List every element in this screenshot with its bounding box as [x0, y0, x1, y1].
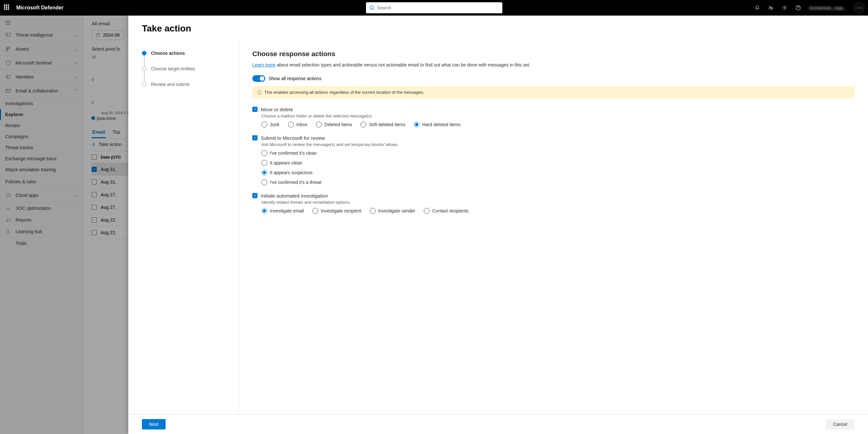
radio-label: Hard deleted items: [422, 122, 461, 127]
radio-hard-deleted[interactable]: Hard deleted items: [414, 122, 461, 128]
svg-point-4: [784, 7, 785, 9]
svg-point-22: [259, 91, 259, 92]
radio-label: Contact recipients: [432, 208, 469, 213]
learn-more-link[interactable]: Learn more: [252, 62, 276, 67]
initiate-investigation-checkbox[interactable]: [252, 193, 257, 198]
radio-label: Investigate email: [270, 208, 304, 213]
help-icon[interactable]: [795, 5, 801, 11]
section-subtitle: Identify related threats and remediation…: [261, 200, 855, 205]
app-launcher-icon[interactable]: [4, 4, 10, 11]
radio-label: Soft deleted items: [369, 122, 405, 127]
radio-confirmed-threat[interactable]: I've confirmed it's a threat: [261, 179, 855, 185]
global-search[interactable]: [366, 2, 502, 13]
radio-label: Junk: [270, 122, 280, 127]
radio-label: I've confirmed it's a threat: [270, 180, 321, 185]
radio-contact-recipients[interactable]: Contact recipients: [424, 208, 469, 214]
step-dot-icon: [142, 51, 147, 56]
wizard-step-target-entities[interactable]: Choose target entities: [142, 66, 230, 71]
radio-appears-clean[interactable]: It appears clean: [261, 160, 855, 166]
show-all-toggle[interactable]: [252, 75, 265, 82]
wizard-step-choose-actions[interactable]: Choose actions: [142, 51, 230, 56]
flyout-title: Take action: [128, 15, 868, 40]
radio-label: It appears clean: [270, 160, 302, 165]
radio-investigate-email[interactable]: Investigate email: [261, 208, 304, 214]
step-dot-icon: [142, 82, 147, 87]
step-label: Choose target entities: [151, 66, 195, 71]
radio-label: I've confirmed it's clean: [270, 151, 317, 156]
radio-investigate-recipient[interactable]: Investigate recipient: [312, 208, 362, 214]
take-action-flyout: Take action Choose actions Choose target…: [128, 15, 868, 434]
svg-point-3: [771, 7, 773, 9]
radio-label: Deleted items: [324, 122, 352, 127]
radio-deleted[interactable]: Deleted items: [316, 122, 352, 128]
radio-junk[interactable]: Junk: [261, 122, 280, 128]
step-label: Review and submit: [151, 82, 189, 87]
app-title: Microsoft Defender: [16, 5, 64, 11]
radio-label: Investigate recipient: [321, 208, 362, 213]
notifications-icon[interactable]: [754, 5, 760, 11]
section-title: Move or delete: [261, 107, 293, 112]
section-title: Submit to Microsoft for review: [261, 135, 325, 141]
settings-icon[interactable]: [782, 5, 787, 11]
radio-appears-suspicious[interactable]: It appears suspicious: [261, 170, 855, 175]
svg-point-0: [370, 6, 373, 9]
radio-label: It appears suspicious: [270, 170, 313, 175]
cancel-button[interactable]: Cancel: [826, 419, 855, 430]
user-name[interactable]: Sucharshan_supp...: [809, 5, 846, 10]
section-subtitle: Ask Microsoft to review the message(s) a…: [261, 142, 855, 147]
step-label: Choose actions: [151, 51, 185, 56]
step-dot-icon: [142, 66, 147, 71]
top-bar: Microsoft Defender Sucharshan_supp... SN: [0, 0, 868, 15]
radio-investigate-sender[interactable]: Investigate sender: [370, 208, 415, 214]
wizard-steps: Choose actions Choose target entities Re…: [128, 40, 239, 414]
radio-label: Investigate sender: [378, 208, 415, 213]
info-icon: [257, 90, 262, 95]
svg-line-1: [373, 9, 374, 10]
section-title: Initiate automated investigation: [261, 193, 328, 199]
info-banner: This enables accessing all actions regar…: [252, 86, 855, 98]
move-delete-checkbox[interactable]: [252, 107, 257, 112]
panel-subtext-rest: about email selection types and actionab…: [276, 62, 530, 67]
panel-subtext: Learn more about email selection types a…: [252, 62, 855, 67]
info-text: This enables accessing all actions regar…: [264, 90, 424, 95]
radio-inbox[interactable]: Inbox: [288, 122, 308, 128]
search-input[interactable]: [377, 5, 499, 10]
section-subtitle: Choose a mailbox folder or delete the se…: [261, 113, 855, 119]
svg-point-2: [769, 6, 771, 8]
user-avatar[interactable]: SN: [855, 3, 864, 13]
radio-soft-deleted[interactable]: Soft deleted items: [361, 122, 405, 128]
wizard-step-review-submit[interactable]: Review and submit: [142, 82, 230, 87]
toggle-label: Show all response actions: [269, 76, 321, 81]
search-icon: [369, 5, 374, 10]
radio-confirmed-clean[interactable]: I've confirmed it's clean: [261, 150, 855, 156]
radio-label: Inbox: [297, 122, 308, 127]
community-icon[interactable]: [768, 5, 774, 11]
panel-title: Choose response actions: [252, 50, 855, 58]
submit-microsoft-checkbox[interactable]: [252, 135, 257, 140]
next-button[interactable]: Next: [142, 419, 165, 430]
